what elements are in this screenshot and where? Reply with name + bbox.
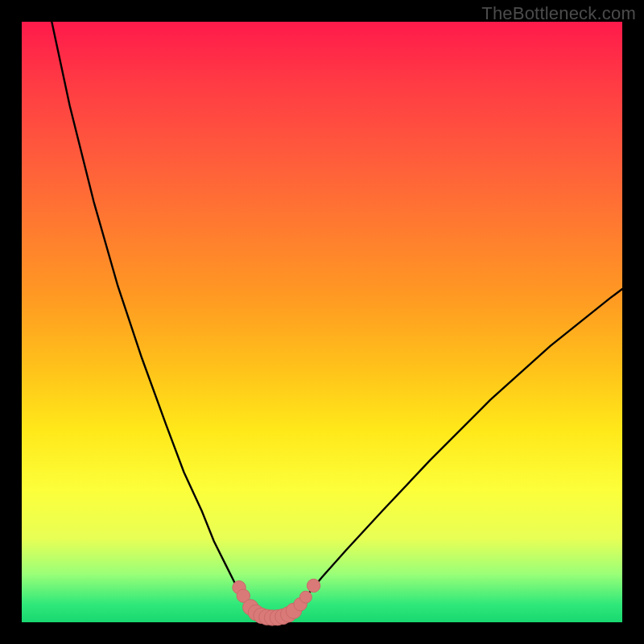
watermark-text: TheBottleneck.com xyxy=(481,3,636,24)
valley-marker xyxy=(299,591,312,603)
bottleneck-curve xyxy=(52,22,622,620)
valley-marker xyxy=(307,579,320,592)
plot-area xyxy=(22,22,622,622)
chart-svg xyxy=(22,22,622,622)
chart-frame: TheBottleneck.com xyxy=(0,0,644,644)
valley-marker-group xyxy=(233,579,320,625)
